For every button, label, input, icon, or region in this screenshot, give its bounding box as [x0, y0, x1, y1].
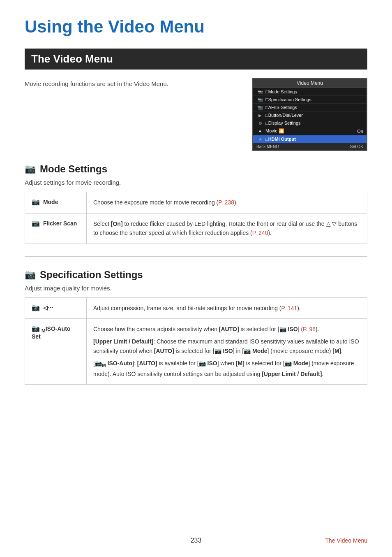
compression-symbol: ◁⋯ [43, 304, 53, 311]
intro-with-screenshot: Movie recording functions are set in the… [25, 78, 367, 151]
iso-auto-bold2: [AUTO] [154, 348, 174, 354]
footer-nav-link[interactable]: The Video Menu [325, 537, 367, 544]
mode-ref-link[interactable]: P. 238 [218, 199, 234, 206]
section-intro-text: Movie recording functions are set in the… [25, 80, 244, 87]
iso-iso-bold2: 📷 ISO [199, 360, 217, 367]
table-row: 📷 Flicker Scan Select [On] to reduce fli… [25, 213, 367, 244]
section-intro-col: Movie recording functions are set in the… [25, 78, 244, 95]
menu-label: □Specification Settings [265, 97, 363, 102]
iso-auto-desc-p2: [Upper Limit / Default]: Choose the maxi… [93, 337, 360, 355]
iso-auto-label-cell: 📷MISO-AutoSet [25, 318, 87, 384]
mode-settings-table: 📷 Mode Choose the exposure mode for movi… [25, 192, 367, 244]
iso-auto-desc-cell: Choose how the camera adjusts sensitivit… [87, 318, 367, 384]
menu-item-movie: ● Movie 🎦 On [253, 127, 367, 135]
section-heading: The Video Menu [31, 53, 361, 65]
mode-settings-title: Mode Settings [40, 163, 107, 175]
menu-label: □AF/IS Settings [265, 105, 363, 110]
menu-item-mode-settings: 📷 □Mode Settings [253, 88, 367, 96]
iso-auto-bold3: [AUTO] [137, 360, 157, 367]
iso-auto-desc-p1: Choose how the camera adjusts sensitivit… [93, 325, 360, 334]
menu-icon: ▶ [256, 113, 264, 118]
menu-label: Movie 🎦 [265, 128, 357, 134]
menu-item-hdmi: ★ □HDMI Output [253, 135, 367, 143]
spec-settings-icon: 📷 [25, 269, 36, 280]
compression-icon: 📷 [32, 304, 40, 311]
table-row: 📷MISO-AutoSet Choose how the camera adju… [25, 318, 367, 384]
iso-iso-bold: 📷 ISO [214, 348, 233, 354]
spec-settings-heading: 📷 Specification Settings [25, 269, 367, 281]
mode-label-cell: 📷 Mode [25, 192, 87, 213]
menu-icon: 📷 [256, 105, 264, 110]
menu-back-label: Back MENU [256, 144, 279, 149]
flicker-cell-icon: 📷 [32, 220, 40, 227]
iso-m-bold: [M] [332, 348, 341, 354]
iso-mode-bold: 📷 Mode [244, 348, 267, 354]
menu-label: □HDMI Output [265, 137, 363, 142]
menu-icon: 📷 [256, 90, 264, 94]
menu-items-list: 📷 □Mode Settings 📷 □Specification Settin… [253, 88, 367, 143]
flicker-desc-cell: Select [On] to reduce flicker caused by … [87, 213, 367, 244]
menu-label: □Button/Dial/Lever [265, 113, 363, 118]
flicker-cell-text: Flicker Scan [43, 220, 77, 227]
spec-settings-table: 📷 ◁⋯ Adjust compression, frame size, and… [25, 297, 367, 385]
menu-item-afis-settings: 📷 □AF/IS Settings [253, 104, 367, 111]
page-title: Using the Video Menu [25, 16, 367, 37]
page-number: 233 [191, 537, 202, 544]
spec-settings-intro: Adjust image quality for movies. [25, 285, 367, 292]
iso-auto-desc-p3: [📷M ISO-Auto]: [AUTO] is available for [… [93, 359, 360, 378]
mode-settings-icon: 📷 [25, 164, 36, 174]
menu-item-spec-settings: 📷 □Specification Settings [253, 96, 367, 104]
spec-settings-title: Specification Settings [40, 269, 143, 281]
menu-label: □Display Settings [265, 121, 363, 125]
menu-set-label: Set OK [350, 144, 363, 149]
menu-icon: ● [256, 129, 264, 133]
menu-icon: ★ [256, 137, 264, 142]
section-heading-bar: The Video Menu [25, 49, 367, 70]
iso-m-auto-bold: 📷M ISO-Auto [95, 360, 132, 367]
compression-ref[interactable]: P. 141 [281, 305, 297, 311]
menu-footer: Back MENU Set OK [253, 143, 367, 150]
iso-mode-bold2: 📷 Mode [285, 360, 308, 367]
iso-upper-bold: [Upper Limit / Default] [93, 338, 153, 345]
iso-auto-bold1: [AUTO] [219, 326, 239, 332]
menu-item-display-settings: ⚙ □Display Settings [253, 119, 367, 127]
iso-upper-bold2: [Upper Limit / Default] [262, 371, 322, 377]
menu-title: Video Menu [253, 79, 367, 88]
flicker-ref-link[interactable]: P. 240 [252, 230, 268, 236]
iso-auto-icon-inline: 📷 ISO [279, 326, 298, 332]
compression-desc-cell: Adjust compression, frame size, and bit-… [87, 297, 367, 318]
menu-item-button-dial: ▶ □Button/Dial/Lever [253, 111, 367, 119]
mode-settings-intro: Adjust settings for movie recording. [25, 179, 367, 186]
menu-icon: ⚙ [256, 121, 264, 125]
table-row: 📷 ◁⋯ Adjust compression, frame size, and… [25, 297, 367, 318]
iso-m-bold2: [M] [236, 360, 244, 367]
iso-auto-icon: 📷 [32, 325, 40, 332]
table-row: 📷 Mode Choose the exposure mode for movi… [25, 192, 367, 213]
menu-icon: 📷 [256, 97, 264, 102]
flicker-on-bold: [On] [111, 220, 123, 227]
flicker-label-cell: 📷 Flicker Scan [25, 213, 87, 244]
mode-desc-cell: Choose the exposure mode for movie recor… [87, 192, 367, 213]
mode-cell-text: Mode [43, 199, 58, 205]
mode-settings-heading: 📷 Mode Settings [25, 163, 367, 175]
section-divider [25, 256, 367, 257]
menu-value: On [357, 129, 363, 134]
menu-label: □Mode Settings [265, 89, 363, 94]
video-menu-screenshot: Video Menu 📷 □Mode Settings 📷 □Specifica… [252, 78, 367, 151]
compression-label-cell: 📷 ◁⋯ [25, 297, 87, 318]
iso-auto-ref1[interactable]: P. 98 [303, 326, 316, 332]
mode-cell-icon: 📷 [32, 198, 40, 205]
